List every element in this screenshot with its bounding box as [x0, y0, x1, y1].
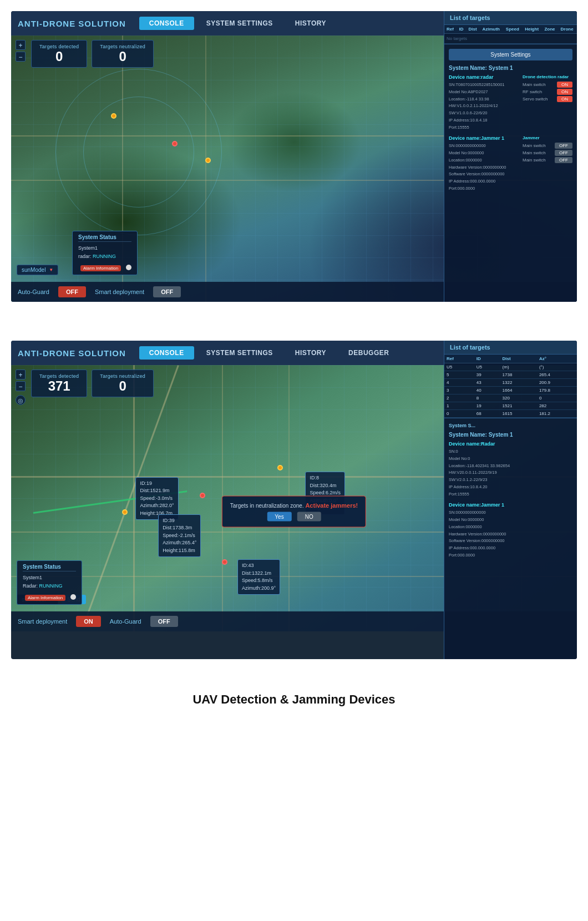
- tab-debugger-2[interactable]: DEBUGGER: [338, 346, 399, 360]
- sys-settings-btn-1[interactable]: System Settings: [449, 49, 572, 60]
- table-row: U5U5(m)(°): [444, 363, 577, 371]
- device-jammer-2: Device name:Jammer 1 SN:0000000000000 Mo…: [449, 502, 572, 559]
- jammer-main-switch-1c[interactable]: OFF: [555, 157, 572, 163]
- nav-tabs-1: CONSOLE SYSTEM SETTINGS HISTORY: [139, 17, 336, 30]
- jammer-details-2: SN:0000000000000 Model No:0000000 Locati…: [449, 509, 572, 559]
- alarm-badge-wrapper-1: Alarm Information: [78, 262, 131, 272]
- table-row: 283200: [444, 394, 577, 402]
- drone-marker-yellow-1: [111, 113, 116, 119]
- table-row: 1191521282: [444, 402, 577, 410]
- screen1-body: + − Targets detected 0 Targets neutraliz…: [11, 36, 577, 302]
- tab-console-1[interactable]: CONSOLE: [139, 17, 194, 30]
- stats-overlay-1: Targets detected 0 Targets neutralized 0: [31, 40, 154, 68]
- sun-model-1[interactable]: sunModel ▼: [17, 265, 58, 275]
- targets-table-1: Ref ID Dist Azimuth Speed Height Zone Dr…: [444, 25, 577, 44]
- drone-marker-yellow-2b: [277, 465, 283, 470]
- app-title-1: ANTI-DRONE SOLUTION: [18, 19, 126, 28]
- map-left-controls-1: + −: [16, 40, 26, 62]
- system-status-radar-1: radar: RUNNING: [78, 252, 131, 260]
- footer-title: UAV Detection & Jamming Devices: [11, 681, 577, 723]
- zoom-in-btn-2[interactable]: +: [16, 370, 26, 379]
- screen2-right-panel: List of targets Ref ID Dist Az° U5U5(m)(…: [444, 341, 577, 659]
- target-bubble-43: ID:43 Dist:1322.1m Speed:5.8m/s Azimuth:…: [237, 559, 280, 595]
- tab-history-2[interactable]: HISTORY: [285, 346, 336, 360]
- neutralization-alert-2: Targets in neutralization zone. Activate…: [222, 496, 366, 528]
- device-radar-2: Device name:Radar SN:0 Model No:0 Locati…: [449, 441, 572, 498]
- jammer-main-switch-1a[interactable]: OFF: [555, 143, 572, 149]
- targets-detected-box-2: Targets detected 371: [31, 370, 87, 397]
- map-left-controls-2: + − ◎: [16, 370, 26, 405]
- drone-marker-yellow-2: [205, 158, 211, 163]
- radar-main-switch-1[interactable]: ON: [557, 82, 572, 88]
- targets-neutralized-box-1: Targets neutralized 0: [92, 40, 154, 68]
- system-status-radar-2: Radar: RUNNING: [23, 582, 76, 590]
- radar-rf-switch-1[interactable]: ON: [557, 89, 572, 95]
- tab-system-settings-2[interactable]: SYSTEM SETTINGS: [196, 346, 283, 360]
- system-settings-section-1: System Settings System Name: System 1 De…: [444, 44, 577, 201]
- screen1-panel: ANTI-DRONE SOLUTION CONSOLE SYSTEM SETTI…: [11, 11, 577, 302]
- radar-details-1: SN:T08070100052285150001 Model No:A8PD20…: [449, 82, 505, 131]
- stats-overlay-2: Targets detected 371 Targets neutralized…: [31, 370, 154, 397]
- radar-details-2: SN:0 Model No:0 Location:-118.402341 33.…: [449, 448, 572, 498]
- compass-btn-2[interactable]: ◎: [16, 395, 26, 405]
- drone-marker-yellow-2a: [122, 509, 128, 515]
- drone-marker-red-1: [172, 141, 178, 146]
- alert-yes-btn-2[interactable]: Yes: [267, 512, 291, 522]
- system-status-system-2: System1: [23, 574, 76, 581]
- alarm-badge-wrapper-2: Alarm Information: [23, 591, 76, 601]
- sun-model-arrow-1: ▼: [49, 267, 53, 272]
- auto-guard-toggle-1[interactable]: OFF: [58, 286, 86, 297]
- table-row: No targets: [444, 34, 577, 44]
- tab-history-1[interactable]: HISTORY: [285, 17, 336, 30]
- screen2-body: + − ◎ Targets detected 371 Targets neutr…: [11, 365, 577, 659]
- target-bubble-19: ID:19 Dist:1521.9m Speed:-3.0m/s Azimuth…: [135, 477, 178, 520]
- zoom-out-btn-2[interactable]: −: [16, 381, 26, 391]
- auto-guard-toggle-2[interactable]: OFF: [150, 616, 178, 627]
- table-row: 3401664179.8: [444, 387, 577, 394]
- smart-deploy-toggle-1[interactable]: OFF: [153, 286, 181, 297]
- screen2-panel: ANTI-DRONE SOLUTION CONSOLE SYSTEM SETTI…: [11, 341, 577, 659]
- targets-neutralized-box-2: Targets neutralized 0: [92, 370, 154, 397]
- alert-no-btn-2[interactable]: NO: [297, 512, 321, 522]
- drone-marker-red-2a: [200, 493, 205, 498]
- targets-table-2: Ref ID Dist Az° U5U5(m)(°)5391738265.444…: [444, 355, 577, 418]
- jammer-controls-1: Main switch OFF Main switch OFF Main swi…: [523, 143, 572, 163]
- table-row: 4431322200.9: [444, 379, 577, 387]
- alert-buttons-2: Yes NO: [230, 512, 358, 522]
- device-jammer-1: Device name:Jammer 1 SN:0000000000000 Mo…: [449, 135, 572, 192]
- system-status-2: System Status System1 Radar: RUNNING Ala…: [17, 560, 82, 605]
- zoom-out-btn-1[interactable]: −: [16, 52, 26, 62]
- alarm-indicator-1: [126, 265, 131, 270]
- system-settings-section-2: System S... System Name: System 1 Device…: [444, 418, 577, 568]
- system-status-system-1: System1: [78, 244, 131, 252]
- radar-servo-switch-1[interactable]: ON: [557, 96, 572, 102]
- jammer-details-1: SN:0000000000000 Model No:0000000 Locati…: [449, 143, 506, 192]
- nav-tabs-2: CONSOLE SYSTEM SETTINGS HISTORY DEBUGGER: [139, 346, 399, 360]
- jammer-main-switch-1b[interactable]: OFF: [555, 150, 572, 156]
- screen1-right-panel: List of targets Ref ID Dist Azimuth Spee…: [444, 11, 577, 302]
- drone-marker-red-2b: [222, 559, 227, 565]
- system-status-1: System Status System1 radar: RUNNING Ala…: [72, 231, 138, 275]
- table-row: 0681615181.2: [444, 410, 577, 418]
- table-row: 5391738265.4: [444, 371, 577, 379]
- target-bubble-39: ID:39 Dist:1738.3m Speed:-2.1m/s Azimuth…: [158, 514, 201, 558]
- radar-controls-1: Main switch ON RF switch ON Servo switch: [523, 82, 572, 102]
- app-title-2: ANTI-DRONE SOLUTION: [18, 348, 126, 358]
- road-v2: [205, 36, 206, 302]
- device-radar-1: Device name:radar SN:T080701000522851500…: [449, 74, 572, 131]
- alarm-indicator-2: [70, 594, 76, 600]
- zoom-in-btn-1[interactable]: +: [16, 40, 26, 50]
- targets-detected-box-1: Targets detected 0: [31, 40, 87, 68]
- spacer: [11, 318, 577, 324]
- tab-system-settings-1[interactable]: SYSTEM SETTINGS: [196, 17, 283, 30]
- smart-deploy-toggle-2[interactable]: ON: [76, 616, 101, 627]
- tab-console-2[interactable]: CONSOLE: [139, 346, 194, 360]
